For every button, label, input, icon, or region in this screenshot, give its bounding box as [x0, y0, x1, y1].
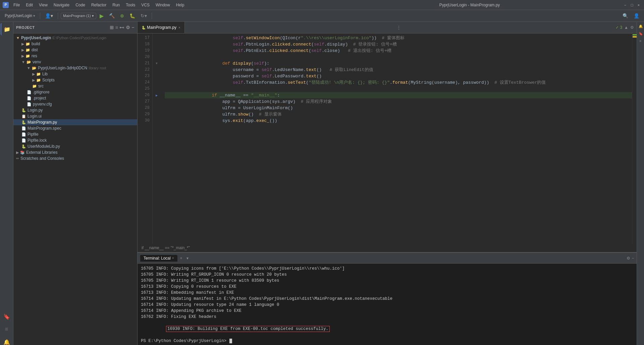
- terminal-settings-icon[interactable]: ⚙: [627, 256, 630, 261]
- menu-file[interactable]: File: [11, 2, 22, 8]
- tree-item-login-ui[interactable]: 📋 Login.ui: [13, 113, 137, 119]
- title-bar: P File Edit View Navigate Code Refactor …: [0, 0, 644, 10]
- terminal-minimize-icon[interactable]: −: [632, 256, 634, 261]
- debug-button[interactable]: 🐛: [127, 12, 137, 19]
- code-content[interactable]: self.setWindowIcon(QIcon(r".\\res\\userL…: [161, 33, 632, 244]
- tree-item-lib[interactable]: ▶ 📁 Lib: [13, 71, 137, 77]
- terminal-content[interactable]: 16705 INFO: Copying icons from ['E:\\Pyt…: [138, 264, 637, 345]
- search-button[interactable]: 🔍: [621, 12, 630, 19]
- terminal-line-1: 16705 INFO: Copying icons from ['E:\\Pyt…: [141, 266, 633, 272]
- tab-more-button[interactable]: ⋮: [394, 22, 404, 33]
- gutter-22: [153, 67, 161, 73]
- expand-icon[interactable]: ▲: [624, 25, 628, 30]
- fold-icon-21[interactable]: ▼: [156, 62, 157, 65]
- menu-code[interactable]: Code: [73, 2, 88, 8]
- menu-edit[interactable]: Edit: [23, 2, 36, 8]
- refresh-button[interactable]: ↻▾: [139, 12, 149, 19]
- terminal-line-5: 16713 INFO: Embedding manifest in EXE: [141, 290, 633, 296]
- tree-item-res[interactable]: ▶ 📁 res: [13, 53, 137, 59]
- window-controls: − □ ×: [623, 2, 641, 8]
- run-button[interactable]: ▶: [98, 12, 106, 20]
- tree-item-login-py[interactable]: 🐍 Login.py: [13, 107, 137, 113]
- tree-item-venv[interactable]: ▼ 📂 venv: [13, 59, 137, 65]
- tree-item-project[interactable]: 📄 .project: [13, 95, 137, 101]
- folder-arrow-icon: ▶: [16, 150, 19, 155]
- tree-item-gitignore[interactable]: 📄 .gitignore: [13, 89, 137, 95]
- activity-bookmarks-icon[interactable]: 🔖: [1, 310, 13, 323]
- tree-item-pipfile-lock[interactable]: 📄 Pipfile.lock: [13, 137, 137, 143]
- window-title: PyprjUserLogin - MainProgram.py: [317, 3, 623, 7]
- tree-item-build[interactable]: ▶ 📁 build: [13, 41, 137, 47]
- collapse-all-icon[interactable]: ≡: [115, 25, 118, 30]
- folder-arrow-icon: ▶: [32, 78, 35, 82]
- maximize-button[interactable]: □: [629, 2, 635, 8]
- tree-item-scripts[interactable]: ▶ 📁 Scripts: [13, 77, 137, 83]
- project-label: PyprjUserLogin: [5, 13, 32, 18]
- terminal-tab-local[interactable]: Terminal: Local ×: [140, 255, 177, 262]
- tree-item-src[interactable]: 📁 src: [13, 83, 137, 89]
- right-git-icon[interactable]: ⑂: [638, 343, 644, 345]
- run-arrow-icon[interactable]: ▶: [156, 93, 158, 97]
- tree-item-usermodule[interactable]: 🐍 UserModuleLib.py: [13, 143, 137, 149]
- tab-close-icon[interactable]: ×: [178, 26, 180, 29]
- tree-item-scratches[interactable]: ✏ Scratches and Consoles: [13, 155, 137, 161]
- item-label: src: [38, 84, 44, 88]
- terminal-tab-close[interactable]: ×: [172, 256, 174, 260]
- file-py-icon: 🐍: [21, 120, 26, 125]
- user-icon-btn[interactable]: 👤▾: [43, 12, 55, 19]
- breadcrumb-text: if __name__ == "*_main_*": [142, 246, 190, 250]
- folder-icon: 📁: [25, 42, 30, 46]
- user-profile-button[interactable]: 👤: [632, 12, 641, 19]
- activity-structure-icon[interactable]: ≡: [1, 323, 13, 335]
- right-notifications-icon[interactable]: 🔔: [638, 23, 644, 29]
- settings-icon[interactable]: ⚙: [126, 25, 130, 30]
- line-num-17: 17: [138, 35, 150, 41]
- terminal-add-button[interactable]: +: [179, 255, 184, 261]
- menu-view[interactable]: View: [36, 2, 50, 8]
- right-bookmarks-icon[interactable]: 🔖: [638, 30, 644, 37]
- tree-item-pyprj3d[interactable]: ▼ 📂 PyprjUserLogin-3dHp0DCN library root: [13, 65, 137, 71]
- tree-item-external-libs[interactable]: ▶ 📚 External Libraries: [13, 149, 137, 155]
- file-py-icon: 🐍: [21, 144, 26, 149]
- activity-project-icon[interactable]: 📁: [1, 23, 13, 35]
- minimize-button[interactable]: −: [623, 2, 628, 8]
- tree-item-pipfile[interactable]: 📄 Pipfile: [13, 131, 137, 137]
- tree-item-main-spec[interactable]: 📄 MainProgram.spec: [13, 125, 137, 131]
- minimize-sidebar-icon[interactable]: −: [131, 25, 135, 30]
- coverage-button[interactable]: ⊕: [118, 12, 126, 19]
- ext-libs-icon: 📚: [20, 150, 25, 155]
- folder-icon: 📁: [36, 78, 41, 82]
- line-num-21: 21: [138, 60, 150, 67]
- terminal-dropdown-icon[interactable]: ▾: [185, 255, 190, 261]
- scroll-hint-1: [633, 34, 637, 36]
- settings-icon[interactable]: ⚙: [630, 25, 634, 30]
- right-structure-icon[interactable]: ≡: [638, 38, 644, 44]
- menu-run[interactable]: Run: [110, 2, 122, 8]
- tab-mainprogram[interactable]: 🐍 MainProgram.py ×: [138, 22, 185, 33]
- code-line-24: self.TxtBInformation.setText("登陆成功! \n用户…: [165, 79, 632, 86]
- menu-window[interactable]: Window: [153, 2, 173, 8]
- editor-scroll-hints: [632, 33, 637, 244]
- menu-help[interactable]: Help: [173, 2, 187, 8]
- tree-root[interactable]: ▼ PyprjUserLogin E:\Python Codes\PyprjUs…: [13, 35, 137, 41]
- expand-all-icon[interactable]: ⊞: [110, 25, 114, 30]
- close-button[interactable]: ×: [636, 2, 641, 8]
- project-selector[interactable]: PyprjUserLogin ▾: [3, 12, 37, 19]
- line-numbers: 17 18 19 20 21 22 23 24 25 26 27 28 29 3…: [138, 33, 153, 244]
- tree-item-dist[interactable]: ▶ 📁 dist: [13, 47, 137, 53]
- line-num-26: 26: [138, 92, 150, 98]
- menu-refactor[interactable]: Refactor: [89, 2, 109, 8]
- tree-item-pyvenv[interactable]: 📄 pyvenv.cfg: [13, 101, 137, 107]
- build-button[interactable]: 🔨: [107, 12, 117, 19]
- terminal-line-11: PS E:\Python Codes\PyprjUserLogin>: [141, 338, 633, 344]
- run-config-select[interactable]: MainProgram (1) ▾: [61, 13, 96, 19]
- item-label: PyprjUserLogin-3dHp0DCN: [38, 66, 87, 70]
- menu-tools[interactable]: Tools: [123, 2, 138, 8]
- menu-navigate[interactable]: Navigate: [51, 2, 72, 8]
- scroll-to-source-icon[interactable]: ⊷: [119, 25, 124, 30]
- activity-notifications-icon[interactable]: 🔔: [1, 336, 13, 345]
- toolbar-row: PyprjUserLogin ▾ 👤▾ MainProgram (1) ▾ ▶ …: [0, 10, 644, 22]
- menu-vcs[interactable]: VCS: [139, 2, 152, 8]
- code-line-30: sys.exit(app.exec_()): [165, 118, 632, 124]
- tree-item-main-py[interactable]: 🐍 MainProgram.py: [13, 119, 137, 125]
